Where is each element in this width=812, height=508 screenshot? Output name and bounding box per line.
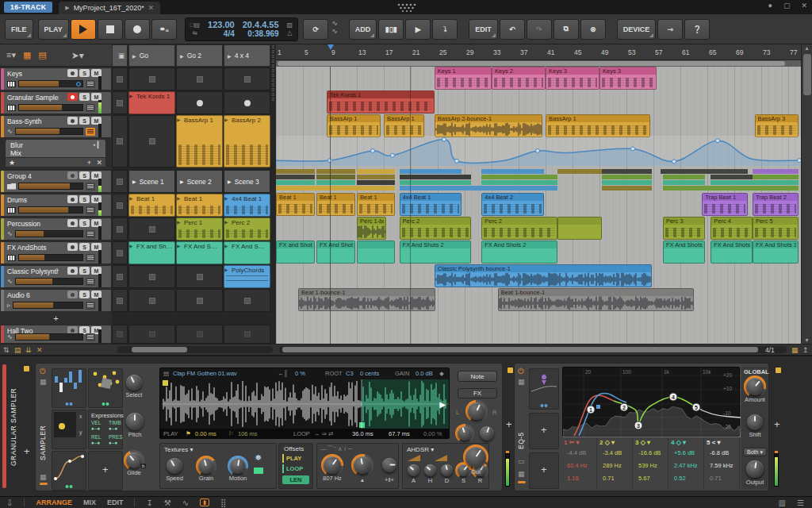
launcher-clip[interactable]: ▶Beat 1 <box>176 194 223 217</box>
loop-button[interactable]: ⟳ <box>303 19 328 40</box>
arranger-clip[interactable]: Perc 2 <box>481 217 557 240</box>
track-stop-button[interactable] <box>112 170 128 193</box>
clip-stop-cell[interactable] <box>128 67 175 90</box>
device-box-collapse-icon[interactable]: ▪ ▎ <box>94 141 102 148</box>
clip-stop-cell[interactable] <box>176 289 223 312</box>
show-automation-icon[interactable]: ↧ <box>146 498 152 507</box>
add-menu-button[interactable]: ADD <box>349 19 377 40</box>
play-length-value[interactable]: 106 ms <box>238 430 258 437</box>
random-modulator[interactable] <box>88 368 123 408</box>
envelope-follower-modulator[interactable] <box>529 368 559 410</box>
add-modulator-icon[interactable]: + <box>541 464 547 475</box>
eq-band-5[interactable]: 5 < ▾-6.8 dB7.59 kHz0.71 <box>705 438 740 489</box>
tab-edit[interactable]: EDIT <box>107 498 124 506</box>
timeline-zoom-scrollbar[interactable] <box>276 60 801 67</box>
eq-output-knob[interactable] <box>746 460 764 478</box>
punch-in-icon[interactable]: ▧ <box>287 21 293 29</box>
solo-button[interactable]: S <box>79 243 90 251</box>
duplicate-button[interactable]: ⧉ <box>553 19 579 40</box>
arranger-clip[interactable]: FX And Shots 3 <box>710 241 753 264</box>
arranger-clip[interactable]: FX and Shots 1 <box>276 241 315 264</box>
launcher-clip[interactable]: ▶BassArp 1 <box>176 115 223 167</box>
add-track-button[interactable]: + <box>0 314 112 323</box>
minimize-panel-icon[interactable]: ⇩ <box>6 498 13 507</box>
track-stop-button[interactable] <box>112 241 128 264</box>
insert-device-here-button[interactable]: + <box>506 418 512 430</box>
device-power-icon[interactable]: ⏻ <box>40 367 46 376</box>
groove-icon[interactable]: ⇋ <box>190 29 200 37</box>
help-button[interactable]: ❔ <box>684 19 710 40</box>
add-instrument-track-button[interactable]: ▮▯▮ <box>378 19 404 40</box>
remote-controls-icon[interactable]: ▦ <box>40 378 47 386</box>
window-close-icon[interactable]: ✕ <box>801 2 807 10</box>
arranger-clip[interactable]: Keys 3 <box>599 67 657 90</box>
project-tab-close-icon[interactable]: ✕ <box>148 4 155 12</box>
arranger-clip[interactable]: Beat 1 <box>357 193 395 216</box>
arranger-clip[interactable]: BassArp 1 <box>327 114 381 137</box>
remove-device-icon[interactable]: ✕ <box>96 159 102 167</box>
envelope-title[interactable]: AHDSR ▾ <box>407 446 434 453</box>
clip-stop-cell[interactable] <box>224 289 270 312</box>
loop-start-value[interactable]: 36.0 ms <box>352 430 373 437</box>
device-panel-toggle-icon[interactable]: ▮ <box>200 498 209 506</box>
band-gain-value[interactable]: -3.4 dB <box>603 449 622 456</box>
band-freq-value[interactable]: 60.4 Hz <box>567 462 588 469</box>
record-arm-button[interactable] <box>67 195 78 203</box>
solo-button[interactable]: S <box>79 195 90 203</box>
time-display[interactable]: 0:38.969 <box>247 29 278 39</box>
pre-roll-icon[interactable]: △ <box>287 29 293 37</box>
textures-title[interactable]: Textures ▾ <box>164 446 193 453</box>
device-menu-button[interactable]: DEVICE <box>617 19 657 40</box>
select-knob[interactable] <box>126 375 142 391</box>
eq-mode-dropdown[interactable]: Both ▾ <box>743 448 767 456</box>
automation-write-button[interactable]: ⚭₀ <box>151 19 177 40</box>
gain-value[interactable]: 0.0 dB <box>416 370 433 377</box>
track-menu-button[interactable] <box>86 230 95 238</box>
redo-button[interactable]: ↷ <box>527 19 552 40</box>
track-row[interactable]: Audio 6SM▹ <box>0 289 112 312</box>
modulator-slots-icon[interactable]: ▦ <box>518 470 525 478</box>
band-q-value[interactable]: 5.67 <box>638 475 650 482</box>
band-freq-value[interactable]: 289 Hz <box>603 462 622 469</box>
launcher-clip[interactable]: ▶FX and Shots 1 <box>128 241 175 264</box>
env-h-knob[interactable] <box>424 464 436 476</box>
stop-button[interactable] <box>98 19 123 40</box>
clip-stop-cell[interactable] <box>128 325 175 344</box>
filter-cutoff-knob[interactable] <box>324 456 341 474</box>
launcher-clip[interactable]: ▶BassArp 2 <box>224 115 270 167</box>
record-arm-button[interactable] <box>67 171 78 179</box>
track-stop-button[interactable] <box>112 289 128 312</box>
note-tab-button[interactable]: Note <box>458 371 497 382</box>
scroll-down-icon[interactable]: ▼ <box>804 337 810 343</box>
launcher-clip[interactable]: ▶PolyChords <box>224 265 270 288</box>
arranger-clip[interactable]: Trap Beat 2 <box>753 193 799 216</box>
add-modulator-slot[interactable]: + <box>529 413 559 449</box>
sample-waveform-display[interactable]: ▤Clap FM Gothen 01.wav↔║0 %ROOTC30 cents… <box>159 368 450 439</box>
track-collapse-icon[interactable]: ⇊ <box>25 346 32 354</box>
arranger-clip[interactable]: Perc 1-bounce-1 <box>357 217 386 240</box>
band-header[interactable]: 4 ◇ ▾ <box>671 439 686 446</box>
record-arm-button[interactable] <box>67 267 78 275</box>
undo-button[interactable]: ↶ <box>500 19 525 40</box>
grid-panel-icon[interactable]: ⣿ <box>220 498 226 507</box>
arranger-clip[interactable]: 4x4 Beat 2 <box>481 193 544 216</box>
play-menu-button[interactable]: PLAY <box>38 19 69 40</box>
loop-length-value[interactable]: 67.7 ms <box>389 430 410 437</box>
filter-shape-icons[interactable]: ―⁀ˇ∧≀∼ <box>320 445 354 452</box>
band-q-value[interactable]: 1.16 <box>567 475 579 482</box>
record-arm-button[interactable] <box>67 93 78 101</box>
scene-header-3[interactable]: ▶4 x 4 <box>224 44 270 67</box>
fade-icon[interactable]: ∿ <box>331 19 338 27</box>
sample-file-name[interactable]: Clap FM Gothen 01.wav <box>173 370 237 377</box>
band-header[interactable]: 1 ✂ ▾ <box>564 439 580 446</box>
stop-all-clips-button[interactable]: ▣ <box>112 44 128 67</box>
eq-band-4[interactable]: 4 ◇ ▾+5.6 dB2.47 kHz0.52 <box>669 438 704 489</box>
record-arm-button[interactable] <box>67 219 78 227</box>
crossfade-icon[interactable]: ∿ <box>331 27 338 35</box>
editor-piano-icon[interactable]: ▦ <box>791 346 799 354</box>
volume-fader[interactable] <box>15 333 83 341</box>
add-audio-track-button[interactable]: ▶ <box>405 19 431 40</box>
track-scroll-icon[interactable]: ⇅ <box>3 346 10 354</box>
expand-panel-icon[interactable]: ↥ <box>802 346 809 354</box>
clip-stop-cell[interactable] <box>128 265 175 288</box>
